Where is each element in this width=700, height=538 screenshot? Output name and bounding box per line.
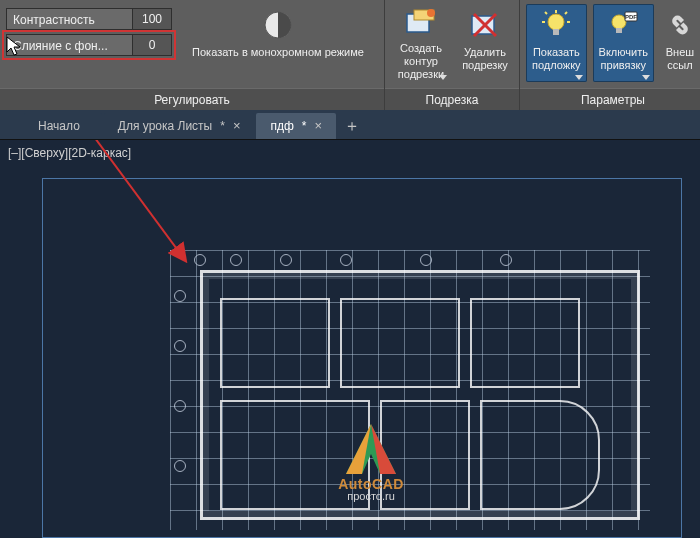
viewport-label[interactable]: [–][Сверху][2D-каркас]	[8, 146, 131, 160]
enable-snap-label: Включить привязку	[599, 46, 648, 72]
bulb-on-icon	[538, 8, 574, 42]
tab-label: пдф	[270, 113, 293, 139]
tab-label: Начало	[38, 113, 80, 139]
bulb-snap-icon: PDF	[605, 8, 641, 42]
contrast-value[interactable]: 100	[132, 8, 172, 30]
svg-rect-15	[616, 28, 622, 33]
create-clip-icon	[403, 8, 439, 38]
remove-clip-label: Удалить подрезку	[462, 46, 508, 72]
remove-clip-icon	[467, 8, 503, 42]
logo-icon	[336, 420, 406, 480]
panel-options-title: Параметры	[520, 88, 700, 110]
external-links-label: Внеш ссыл	[666, 46, 694, 72]
new-tab-button[interactable]: ＋	[338, 113, 366, 139]
svg-point-7	[548, 14, 564, 30]
tab-dirty: *	[220, 113, 225, 139]
panel-adjust: Контрастность 100 Слияние с фон... 0 Пок…	[0, 0, 384, 110]
watermark-site: просто.ru	[316, 490, 426, 502]
tab-lesson-sheets[interactable]: Для урока Листы* ×	[104, 113, 255, 139]
remove-clip-button[interactable]: Удалить подрезку	[457, 4, 513, 82]
tab-label: Для урока Листы	[118, 113, 212, 139]
panel-clip: Создать контур подрезки Удалить подрезку…	[384, 0, 519, 110]
panel-options: Показать подложку PDF Включить привязку	[519, 0, 700, 110]
enable-snap-button[interactable]: PDF Включить привязку	[593, 4, 654, 82]
fade-label: Слияние с фон...	[6, 34, 132, 56]
doc-tabs: Начало Для урока Листы* × пдф* × ＋	[0, 110, 700, 140]
svg-point-3	[427, 9, 435, 17]
contrast-field[interactable]: Контрастность 100	[6, 8, 172, 30]
svg-rect-8	[553, 29, 559, 35]
panel-clip-title: Подрезка	[385, 88, 519, 110]
dropdown-icon	[642, 75, 650, 80]
create-clip-label: Создать контур подрезки	[397, 42, 445, 81]
monochrome-button[interactable]: Показать в монохромном режиме	[178, 4, 378, 82]
panel-adjust-title: Регулировать	[0, 88, 384, 110]
watermark: AutoCAD просто.ru	[316, 420, 426, 502]
svg-line-12	[545, 12, 547, 14]
monochrome-icon	[260, 8, 296, 42]
svg-line-13	[565, 12, 567, 14]
create-clip-button[interactable]: Создать контур подрезки	[391, 4, 451, 82]
tab-dirty: *	[302, 113, 307, 139]
external-links-button[interactable]: Внеш ссыл	[660, 4, 700, 82]
contrast-label: Контрастность	[6, 8, 132, 30]
close-icon[interactable]: ×	[233, 113, 241, 139]
show-underlay-button[interactable]: Показать подложку	[526, 4, 587, 82]
monochrome-label: Показать в монохромном режиме	[192, 46, 364, 59]
chain-icon	[662, 8, 698, 42]
tab-pdf[interactable]: пдф* ×	[256, 113, 336, 139]
adjust-sliders: Контрастность 100 Слияние с фон... 0	[6, 4, 172, 56]
close-icon[interactable]: ×	[315, 113, 323, 139]
fade-value[interactable]: 0	[132, 34, 172, 56]
fade-field[interactable]: Слияние с фон... 0	[6, 34, 172, 56]
show-underlay-label: Показать подложку	[532, 46, 581, 72]
dropdown-icon	[575, 75, 583, 80]
tab-start[interactable]: Начало	[24, 113, 102, 139]
svg-point-14	[612, 15, 626, 29]
svg-text:PDF: PDF	[625, 14, 637, 20]
ribbon: Контрастность 100 Слияние с фон... 0 Пок…	[0, 0, 700, 110]
dropdown-icon	[439, 75, 447, 80]
